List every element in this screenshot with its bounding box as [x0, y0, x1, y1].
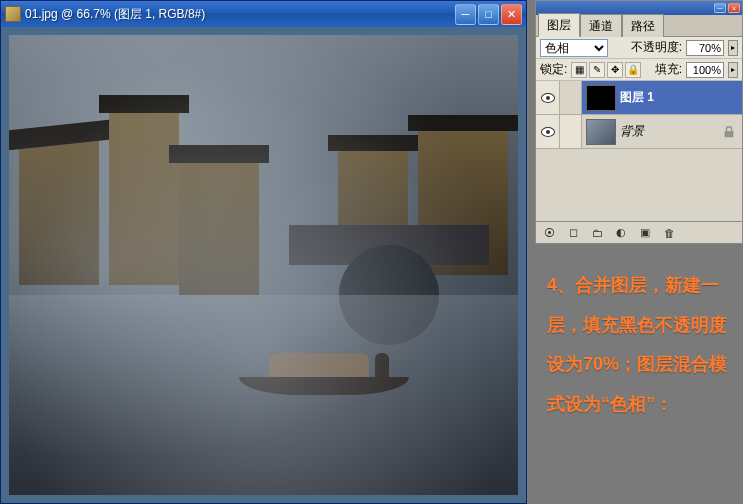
panel-bottom-toolbar: ⦿ ◻ 🗀 ◐ ▣ 🗑: [536, 221, 742, 243]
link-column[interactable]: [560, 81, 582, 114]
lock-fill-row: 锁定: ▦ ✎ ✥ 🔒 填充: ▸: [536, 59, 742, 81]
maximize-button[interactable]: □: [478, 4, 499, 25]
layer-item-background[interactable]: 背景: [536, 115, 742, 149]
instruction-text: 4、合并图层，新建一层，填充黑色不透明度设为70%；图层混合模式设为“色相”：: [547, 266, 731, 424]
mask-icon[interactable]: ◻: [564, 225, 582, 241]
tab-layers[interactable]: 图层: [538, 13, 580, 37]
fx-icon[interactable]: ⦿: [540, 225, 558, 241]
adjustment-icon[interactable]: ◐: [612, 225, 630, 241]
tab-paths[interactable]: 路径: [622, 14, 664, 37]
document-window: 01.jpg @ 66.7% (图层 1, RGB/8#) ─ □ ✕: [0, 0, 527, 504]
canvas-image: [9, 35, 518, 495]
lock-position-icon[interactable]: ✥: [607, 62, 623, 78]
panel-minimize-button[interactable]: ─: [714, 3, 726, 13]
blend-opacity-row: 色相 不透明度: ▸: [536, 37, 742, 59]
minimize-button[interactable]: ─: [455, 4, 476, 25]
lock-icon: [722, 125, 736, 139]
layer-list: 图层 1 背景: [536, 81, 742, 221]
link-column[interactable]: [560, 115, 582, 148]
layer-thumbnail[interactable]: [586, 85, 616, 111]
layer-item-1[interactable]: 图层 1: [536, 81, 742, 115]
panel-close-button[interactable]: ×: [728, 3, 740, 13]
visibility-toggle-icon[interactable]: [541, 127, 555, 137]
opacity-input[interactable]: [686, 40, 724, 56]
layer-name: 图层 1: [620, 89, 742, 106]
document-title: 01.jpg @ 66.7% (图层 1, RGB/8#): [25, 6, 455, 23]
opacity-arrow[interactable]: ▸: [728, 40, 738, 56]
blend-mode-select[interactable]: 色相: [540, 39, 608, 57]
layer-thumbnail[interactable]: [586, 119, 616, 145]
lock-transparency-icon[interactable]: ▦: [571, 62, 587, 78]
fill-arrow[interactable]: ▸: [728, 62, 738, 78]
lock-pixels-icon[interactable]: ✎: [589, 62, 605, 78]
panel-tabs: 图层 通道 路径: [536, 15, 742, 37]
close-button[interactable]: ✕: [501, 4, 522, 25]
lock-all-icon[interactable]: 🔒: [625, 62, 641, 78]
opacity-label: 不透明度:: [631, 39, 682, 56]
new-layer-icon[interactable]: ▣: [636, 225, 654, 241]
document-titlebar[interactable]: 01.jpg @ 66.7% (图层 1, RGB/8#) ─ □ ✕: [1, 1, 526, 27]
visibility-toggle-icon[interactable]: [541, 93, 555, 103]
canvas[interactable]: [9, 35, 518, 495]
fill-input[interactable]: [686, 62, 724, 78]
file-icon: [5, 6, 21, 22]
lock-label: 锁定:: [540, 61, 567, 78]
layer-name: 背景: [620, 123, 722, 140]
tab-channels[interactable]: 通道: [580, 14, 622, 37]
trash-icon[interactable]: 🗑: [660, 225, 678, 241]
folder-icon[interactable]: 🗀: [588, 225, 606, 241]
fill-label: 填充:: [655, 61, 682, 78]
svg-rect-0: [725, 131, 734, 137]
instruction-box: 4、合并图层，新建一层，填充黑色不透明度设为70%；图层混合模式设为“色相”：: [535, 252, 743, 502]
layers-panel: ─ × 图层 通道 路径 色相 不透明度: ▸ 锁定: ▦ ✎ ✥ 🔒 填充: …: [535, 0, 743, 244]
